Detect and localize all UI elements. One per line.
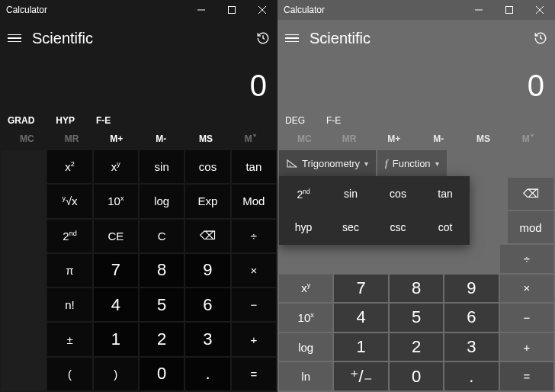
- divide-button[interactable]: ÷: [232, 220, 276, 252]
- tenx-button[interactable]: 10x: [94, 185, 138, 217]
- history-icon[interactable]: [256, 31, 270, 45]
- cot-button[interactable]: cot: [422, 211, 468, 243]
- num-7-button[interactable]: 7: [94, 254, 138, 287]
- num-8-button[interactable]: 8: [390, 275, 443, 303]
- xy-button[interactable]: xy: [94, 150, 138, 183]
- maximize-button[interactable]: [494, 0, 525, 20]
- fe-button[interactable]: F-E: [326, 115, 341, 126]
- trig-label: Trigonometry: [302, 158, 360, 169]
- second-button[interactable]: 2nd: [47, 220, 91, 252]
- mplus-button[interactable]: M+: [94, 133, 139, 144]
- menu-icon[interactable]: [285, 34, 299, 43]
- num-9-button[interactable]: 9: [185, 254, 229, 287]
- factorial-button[interactable]: n!: [47, 288, 91, 321]
- backspace-button[interactable]: ⌫: [185, 220, 229, 252]
- x2-button[interactable]: x2: [47, 150, 91, 183]
- multiply-button[interactable]: ×: [500, 275, 553, 303]
- angle-mode-button[interactable]: GRAD: [8, 115, 34, 126]
- pi-button[interactable]: π: [47, 254, 91, 287]
- mminus-button[interactable]: M-: [416, 133, 461, 144]
- mc-button[interactable]: MC: [5, 133, 50, 144]
- titlebar: Calculator: [0, 0, 278, 20]
- angle-mode-button[interactable]: DEG: [285, 115, 305, 126]
- num-3-button[interactable]: 3: [185, 323, 229, 355]
- num-8-button[interactable]: 8: [140, 254, 184, 287]
- decimal-button[interactable]: .: [185, 358, 229, 390]
- c-button[interactable]: C: [140, 220, 184, 252]
- mlist-button[interactable]: M˅: [505, 133, 550, 144]
- close-button[interactable]: [247, 0, 278, 20]
- equals-button[interactable]: =: [232, 358, 276, 390]
- num-4-button[interactable]: 4: [94, 288, 138, 321]
- num-2-button[interactable]: 2: [140, 323, 184, 355]
- trig-dropdown[interactable]: Trigonometry ▾: [279, 150, 376, 176]
- mod-button[interactable]: mod: [508, 211, 553, 243]
- function-dropdown[interactable]: f Function ▾: [377, 150, 447, 176]
- yroot-button[interactable]: y√x: [47, 185, 91, 217]
- ln-button[interactable]: ln: [279, 362, 332, 390]
- csc-button[interactable]: csc: [375, 211, 421, 243]
- cos-button[interactable]: cos: [375, 178, 421, 210]
- num-5-button[interactable]: 5: [390, 304, 443, 332]
- header: Scientific: [0, 20, 278, 56]
- tan-button[interactable]: tan: [422, 178, 468, 210]
- second-button[interactable]: 2nd: [281, 178, 326, 210]
- num-3-button[interactable]: 3: [444, 333, 498, 361]
- num-0-button[interactable]: 0: [140, 358, 184, 390]
- exp-button[interactable]: Exp: [185, 185, 229, 217]
- equals-button[interactable]: =: [500, 362, 553, 390]
- backspace-button[interactable]: ⌫: [508, 178, 553, 210]
- minimize-button[interactable]: [186, 0, 217, 20]
- add-button[interactable]: +: [500, 333, 553, 361]
- num-6-button[interactable]: 6: [185, 288, 229, 321]
- num-4-button[interactable]: 4: [334, 304, 387, 332]
- hyp-button[interactable]: HYP: [56, 115, 75, 126]
- menu-icon[interactable]: [8, 34, 21, 43]
- tenx-button[interactable]: 10x: [279, 304, 332, 332]
- ms-button[interactable]: MS: [184, 133, 229, 144]
- num-1-button[interactable]: 1: [94, 323, 138, 355]
- num-5-button[interactable]: 5: [140, 288, 184, 321]
- sin-button[interactable]: sin: [140, 150, 184, 183]
- sec-button[interactable]: sec: [328, 211, 374, 243]
- history-icon[interactable]: [534, 31, 547, 45]
- mc-button[interactable]: MC: [282, 133, 327, 144]
- maximize-button[interactable]: [217, 0, 247, 20]
- mod-button[interactable]: Mod: [232, 185, 276, 217]
- num-1-button[interactable]: 1: [334, 333, 387, 361]
- ce-button[interactable]: CE: [94, 220, 138, 252]
- app-title: Calculator: [284, 5, 325, 15]
- negate-button[interactable]: ±: [47, 323, 91, 355]
- lparen-button[interactable]: (: [47, 358, 91, 390]
- negate-button[interactable]: ⁺/₋: [334, 362, 387, 390]
- mplus-button[interactable]: M+: [371, 133, 416, 144]
- fe-button[interactable]: F-E: [96, 115, 111, 126]
- log-button[interactable]: log: [279, 333, 332, 361]
- cos-button[interactable]: cos: [185, 150, 229, 183]
- num-2-button[interactable]: 2: [390, 333, 443, 361]
- num-6-button[interactable]: 6: [444, 304, 498, 332]
- divide-button[interactable]: ÷: [500, 245, 553, 273]
- mode-row: DEG F-E: [278, 111, 555, 129]
- hyp-button[interactable]: hyp: [281, 211, 326, 243]
- xy-button[interactable]: xy: [279, 275, 332, 303]
- num-7-button[interactable]: 7: [334, 275, 387, 303]
- decimal-button[interactable]: .: [444, 362, 498, 390]
- mlist-button[interactable]: M˅: [228, 133, 273, 144]
- mminus-button[interactable]: M-: [139, 133, 184, 144]
- minimize-button[interactable]: [464, 0, 494, 20]
- subtract-button[interactable]: −: [232, 288, 276, 321]
- rparen-button[interactable]: ): [94, 358, 138, 390]
- subtract-button[interactable]: −: [500, 304, 553, 332]
- tan-button[interactable]: tan: [232, 150, 276, 183]
- mr-button[interactable]: MR: [327, 133, 372, 144]
- add-button[interactable]: +: [232, 323, 276, 355]
- log-button[interactable]: log: [140, 185, 184, 217]
- ms-button[interactable]: MS: [461, 133, 506, 144]
- close-button[interactable]: [525, 0, 555, 20]
- mr-button[interactable]: MR: [50, 133, 95, 144]
- sin-button[interactable]: sin: [328, 178, 374, 210]
- num-0-button[interactable]: 0: [390, 362, 443, 390]
- num-9-button[interactable]: 9: [444, 275, 498, 303]
- multiply-button[interactable]: ×: [232, 254, 276, 287]
